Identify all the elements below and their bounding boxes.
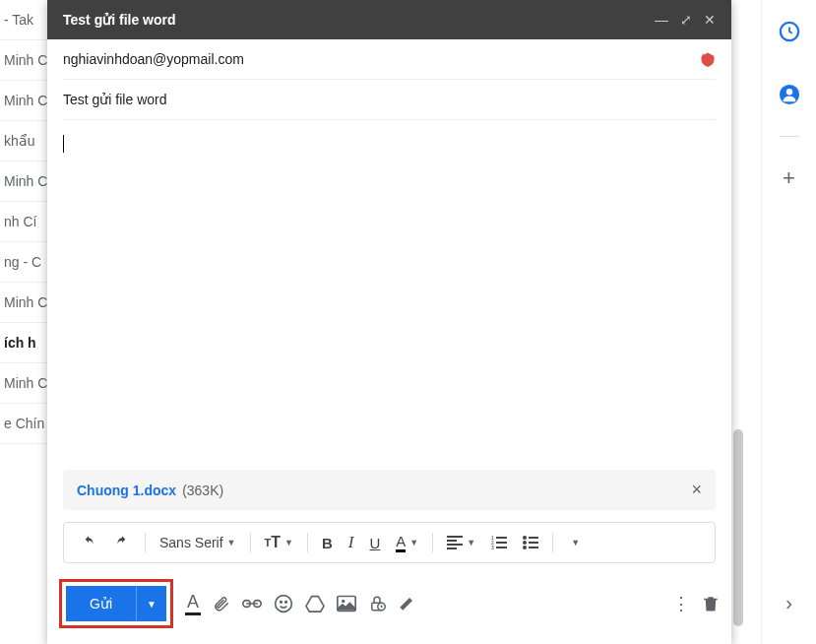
list-item[interactable]: - Tak [0, 0, 47, 40]
list-item[interactable]: Minh Cí [0, 363, 47, 404]
list-item[interactable]: khẩu [0, 121, 47, 161]
inbox-list-background: - Tak Minh Cí Minh Cí khẩu Minh Cí nh Cí… [0, 0, 47, 644]
list-item[interactable]: Minh Cí [0, 40, 47, 81]
compose-window: Test gửi file word — ⤢ ✕ nghiavinhdoan@y… [47, 0, 731, 644]
chevron-right-icon[interactable]: › [785, 592, 792, 614]
insert-link-icon[interactable] [242, 598, 262, 610]
svg-point-13 [523, 536, 527, 540]
svg-rect-6 [447, 547, 457, 549]
sidebar-divider [780, 136, 799, 137]
remove-attachment-icon[interactable]: × [691, 480, 702, 500]
attach-file-icon[interactable] [213, 594, 230, 613]
svg-rect-5 [447, 544, 463, 546]
text-color-icon[interactable]: A▼ [390, 529, 424, 556]
add-icon[interactable]: + [770, 159, 809, 198]
list-item[interactable]: ng - C [0, 242, 47, 283]
svg-rect-3 [447, 536, 463, 538]
contacts-icon[interactable] [770, 75, 809, 114]
bold-icon[interactable]: B [316, 531, 339, 555]
close-icon[interactable]: ✕ [704, 12, 716, 28]
more-format-icon[interactable]: ▼ [561, 534, 586, 551]
svg-text:3: 3 [491, 545, 494, 549]
compose-title: Test gửi file word [63, 12, 643, 28]
format-toolbar: Sans Serif▼ TT▼ B I U A▼ ▼ 123 ▼ [63, 522, 716, 563]
font-size-icon[interactable]: TT▼ [259, 530, 299, 555]
app-icon[interactable] [770, 12, 809, 51]
numbered-list-icon[interactable]: 123 [485, 532, 513, 553]
send-highlight-box: Gửi ▼ [59, 579, 173, 628]
align-icon[interactable]: ▼ [441, 532, 481, 553]
minimize-icon[interactable]: — [655, 12, 668, 28]
scrollbar[interactable] [733, 429, 743, 626]
svg-rect-8 [496, 537, 507, 539]
send-options-dropdown[interactable]: ▼ [136, 586, 166, 621]
redo-icon[interactable] [107, 531, 137, 554]
subject-row [63, 80, 716, 120]
list-item[interactable]: Minh Cí [0, 161, 47, 202]
insert-signature-icon[interactable] [398, 594, 415, 613]
svg-point-2 [785, 89, 791, 95]
subject-input[interactable] [63, 92, 716, 107]
attachment-size: (363K) [182, 483, 223, 498]
list-item[interactable]: nh Cí [0, 202, 47, 242]
insert-drive-icon[interactable] [305, 595, 325, 612]
svg-point-22 [281, 602, 282, 604]
svg-rect-12 [496, 547, 507, 548]
more-options-icon[interactable]: ⋮ [672, 593, 690, 614]
list-item[interactable]: Minh Cí [0, 81, 47, 121]
svg-point-25 [342, 600, 345, 603]
formatting-toggle-icon[interactable]: A [185, 592, 201, 615]
italic-icon[interactable]: I [343, 529, 360, 556]
font-selector[interactable]: Sans Serif▼ [154, 531, 242, 554]
text-cursor [63, 135, 64, 153]
undo-icon[interactable] [74, 531, 103, 554]
attachment-name: Chuong 1.docx [77, 483, 176, 498]
svg-point-15 [523, 541, 527, 545]
svg-point-23 [285, 602, 287, 604]
confidential-mode-icon[interactable] [700, 51, 716, 67]
recipient-text: nghiavinhdoan@yopmail.com [63, 51, 700, 67]
compose-action-bar: Gửi ▼ A ⋮ [47, 579, 731, 644]
expand-icon[interactable]: ⤢ [680, 12, 692, 28]
list-item[interactable]: Minh Cí [0, 283, 47, 323]
discard-draft-icon[interactable] [702, 594, 720, 613]
compose-header: Test gửi file word — ⤢ ✕ [47, 0, 731, 39]
svg-point-21 [276, 596, 292, 612]
svg-rect-10 [496, 542, 507, 544]
to-field-row[interactable]: nghiavinhdoan@yopmail.com [63, 39, 716, 80]
insert-emoji-icon[interactable] [274, 594, 293, 613]
insert-photo-icon[interactable] [337, 595, 356, 612]
list-item[interactable]: e Chín [0, 404, 47, 444]
confidential-toggle-icon[interactable] [368, 594, 386, 613]
svg-rect-18 [529, 547, 538, 548]
list-item[interactable]: ích h [0, 323, 47, 363]
bullet-list-icon[interactable] [517, 532, 544, 553]
send-button[interactable]: Gửi [66, 586, 136, 621]
svg-rect-16 [529, 542, 538, 544]
svg-rect-4 [447, 540, 457, 542]
underline-icon[interactable]: U [363, 531, 386, 555]
compose-body-editor[interactable] [63, 120, 716, 470]
svg-rect-14 [529, 537, 538, 539]
right-sidebar: + › [761, 0, 816, 644]
svg-point-17 [523, 546, 527, 549]
attachment-chip[interactable]: Chuong 1.docx (363K) × [63, 470, 716, 510]
